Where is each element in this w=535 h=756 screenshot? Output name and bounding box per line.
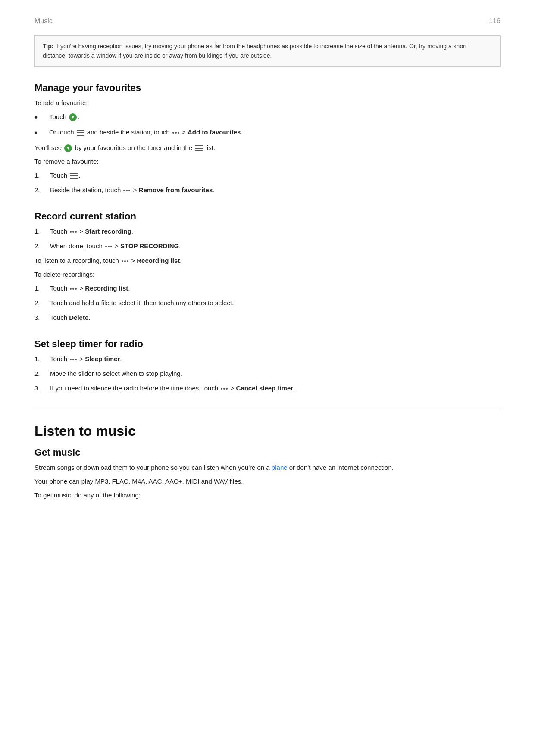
section-listen-to-music: Listen to music Get music Stream songs o…: [34, 423, 501, 500]
step-text: If you need to silence the radio before …: [50, 383, 295, 394]
list-item: 2. Move the slider to select when to sto…: [34, 369, 501, 379]
step-text: When done, touch > STOP RECORDING.: [50, 241, 181, 251]
bullet-2-text: Or touch and beside the station, touch >…: [49, 127, 242, 137]
section-heading-record: Record current station: [34, 211, 501, 222]
delete-intro: To delete recordings:: [34, 269, 501, 280]
section-manage-favourites: Manage your favourites To add a favourit…: [34, 82, 501, 195]
bullet-dot: •: [34, 127, 47, 138]
para1-before: Stream songs or download them to your ph…: [34, 464, 272, 471]
list-item: 1. Touch > Sleep timer.: [34, 354, 501, 364]
list-item: • Or touch and beside the station, touch…: [34, 127, 501, 138]
section-sleep-timer: Set sleep timer for radio 1. Touch > Sle…: [34, 338, 501, 394]
list-item: 1. Touch .: [34, 170, 501, 181]
sleep-steps-list: 1. Touch > Sleep timer. 2. Move the slid…: [34, 354, 501, 394]
step-text: Touch Delete.: [50, 312, 90, 323]
manage-intro: To add a favourite:: [34, 98, 501, 108]
step-num: 2.: [34, 241, 50, 251]
section-divider: [34, 409, 501, 409]
remove-steps-list: 1. Touch . 2. Beside the station, touch …: [34, 170, 501, 195]
step-num: 2.: [34, 298, 50, 308]
step-num: 3.: [34, 383, 50, 394]
step-num: 2.: [34, 369, 50, 379]
dots-icon: [70, 288, 77, 290]
menu-icon-inline: [195, 145, 203, 151]
step-text: Touch .: [50, 170, 80, 181]
section-heading-sleep: Set sleep timer for radio: [34, 338, 501, 350]
plane-link[interactable]: plane: [272, 464, 288, 471]
section-heading-get-music: Get music: [34, 447, 501, 458]
list-item: 1. Touch > Start recording.: [34, 226, 501, 237]
dots-icon: [172, 132, 179, 134]
step-text: Beside the station, touch > Remove from …: [50, 185, 214, 195]
step-text: Touch > Sleep timer.: [50, 354, 122, 364]
step-num: 1.: [34, 170, 50, 181]
delete-steps-list: 1. Touch > Recording list. 2. Touch and …: [34, 283, 501, 323]
step-text: Touch > Recording list.: [50, 283, 130, 294]
dots-icon: [123, 190, 130, 191]
bullet-dot: •: [34, 112, 47, 123]
step-num: 2.: [34, 185, 50, 195]
heart-icon-inline: [64, 144, 72, 152]
dots-icon: [70, 231, 77, 233]
step-text: Move the slider to select when to stop p…: [50, 369, 182, 379]
step-num: 1.: [34, 354, 50, 364]
page-header: Music 116: [34, 17, 501, 25]
dots-icon: [221, 388, 228, 390]
step-text: Touch and hold a file to select it, then…: [50, 298, 234, 308]
section-heading-manage: Manage your favourites: [34, 82, 501, 94]
manage-bullet-list: • Touch . • Or touch and beside the stat…: [34, 112, 501, 138]
listen-recording-text: To listen to a recording, touch > Record…: [34, 256, 501, 266]
dots-icon: [70, 359, 77, 360]
youll-see-text: You'll see by your favourites on the tun…: [34, 143, 501, 153]
section-record-station: Record current station 1. Touch > Start …: [34, 211, 501, 323]
header-page-number: 116: [489, 17, 501, 25]
tip-text: If you're having reception issues, try m…: [43, 43, 467, 59]
page: Music 116 Tip: If you're having receptio…: [0, 0, 535, 756]
tip-box: Tip: If you're having reception issues, …: [34, 35, 501, 67]
step-num: 1.: [34, 226, 50, 237]
bullet-1-text: Touch .: [49, 112, 79, 122]
heart-icon: [69, 113, 77, 121]
list-item: 2. When done, touch > STOP RECORDING.: [34, 241, 501, 251]
list-item: 3. Touch Delete.: [34, 312, 501, 323]
dots-icon: [122, 260, 128, 262]
get-music-para2: Your phone can play MP3, FLAC, M4A, AAC,…: [34, 476, 501, 487]
get-music-para1: Stream songs or download them to your ph…: [34, 462, 501, 473]
dots-icon: [105, 246, 112, 247]
step-text: Touch > Start recording.: [50, 226, 133, 237]
header-title: Music: [34, 17, 53, 25]
tip-label: Tip:: [43, 43, 53, 50]
list-item: 2. Beside the station, touch > Remove fr…: [34, 185, 501, 195]
list-item: 1. Touch > Recording list.: [34, 283, 501, 294]
remove-intro: To remove a favourite:: [34, 156, 501, 167]
step-num: 1.: [34, 283, 50, 294]
record-steps-list: 1. Touch > Start recording. 2. When done…: [34, 226, 501, 251]
list-item: 2. Touch and hold a file to select it, t…: [34, 298, 501, 308]
menu-icon: [70, 173, 78, 179]
para1-after: or don't have an internet connection.: [288, 464, 394, 471]
section-heading-listen: Listen to music: [34, 423, 501, 439]
get-music-para3: To get music, do any of the following:: [34, 490, 501, 500]
step-num: 3.: [34, 312, 50, 323]
menu-icon: [77, 130, 84, 136]
list-item: • Touch .: [34, 112, 501, 123]
list-item: 3. If you need to silence the radio befo…: [34, 383, 501, 394]
